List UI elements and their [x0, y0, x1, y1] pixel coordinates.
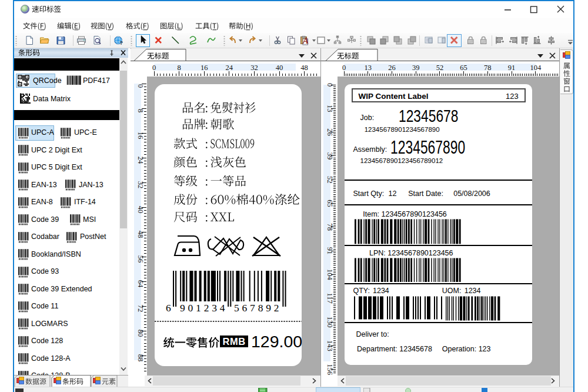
svg-text:A: A — [302, 36, 309, 45]
svg-text:?: ? — [120, 40, 123, 46]
